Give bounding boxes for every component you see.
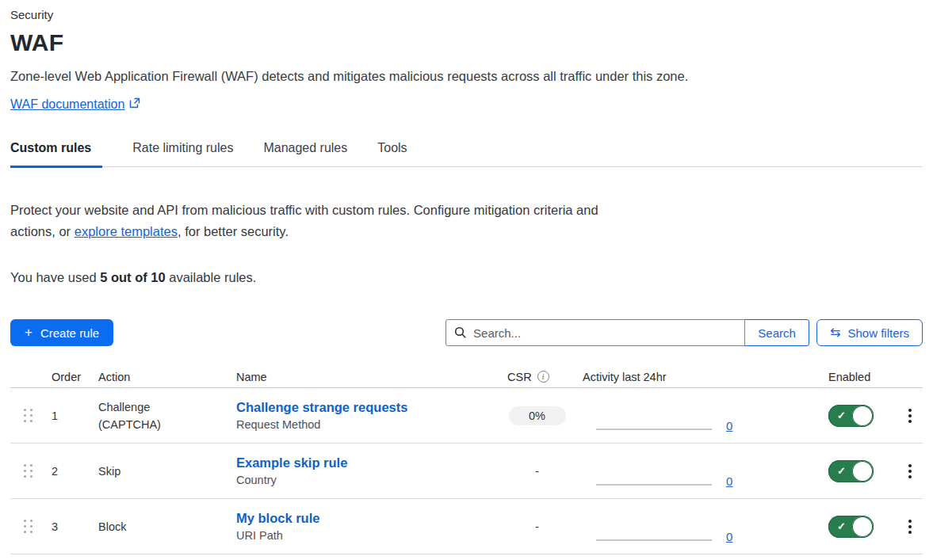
- rule-action-line1: Challenge: [98, 398, 236, 416]
- enabled-toggle[interactable]: ✓: [828, 516, 874, 538]
- header-name: Name: [236, 371, 507, 383]
- header-activity: Activity last 24hr: [583, 371, 762, 383]
- toolbar-right: Search ⇆ Show filters: [445, 319, 923, 346]
- rule-name-cell: Example skip rule Country: [236, 455, 507, 486]
- rules-table: Order Action Name CSR i Activity last 24…: [10, 366, 923, 554]
- row-menu-kebab-icon[interactable]: [903, 464, 917, 478]
- enabled-toggle[interactable]: ✓: [828, 405, 874, 427]
- header-action: Action: [98, 371, 236, 383]
- waf-documentation-link[interactable]: WAF documentation: [10, 97, 140, 112]
- rule-name-cell: Challenge strange requests Request Metho…: [236, 400, 507, 431]
- external-link-icon: [129, 97, 140, 112]
- activity-sparkline: [596, 484, 712, 486]
- breadcrumb: Security: [10, 6, 923, 24]
- rule-action-line1: Skip: [98, 463, 236, 480]
- rule-action: Skip: [98, 463, 236, 480]
- table-row: 2 Skip Example skip rule Country - 0 ✓: [10, 444, 923, 499]
- rule-activity-cell: 0: [583, 451, 762, 491]
- show-filters-label: Show filters: [847, 326, 909, 340]
- rule-order: 3: [52, 520, 98, 533]
- rule-action-line2: (CAPTCHA): [98, 416, 236, 433]
- rule-name-link[interactable]: Challenge strange requests: [236, 400, 407, 415]
- toolbar: + Create rule Search ⇆ Show filters: [10, 319, 923, 346]
- explore-templates-link[interactable]: explore templates: [75, 224, 178, 238]
- rule-criteria: Country: [236, 474, 507, 486]
- rule-action: Block: [98, 518, 236, 535]
- rule-csr-cell: -: [507, 464, 583, 478]
- header-order: Order: [52, 371, 98, 383]
- check-icon: ✓: [837, 520, 846, 532]
- usage-text: You have used 5 out of 10 available rule…: [10, 270, 923, 285]
- header-enabled: Enabled: [828, 371, 901, 383]
- toggle-knob: [852, 461, 873, 482]
- tab-rate-limiting-rules[interactable]: Rate limiting rules: [132, 141, 233, 166]
- activity-sparkline: [596, 429, 712, 430]
- tab-custom-rules[interactable]: Custom rules: [10, 141, 102, 166]
- info-icon[interactable]: i: [537, 371, 549, 383]
- header-csr: CSR i: [507, 371, 583, 383]
- page-description: Zone-level Web Application Firewall (WAF…: [10, 69, 923, 84]
- rule-csr-cell: 0%: [507, 406, 583, 425]
- toggle-knob: [852, 406, 873, 426]
- rule-order: 1: [52, 410, 98, 422]
- enabled-toggle[interactable]: ✓: [828, 460, 874, 482]
- search-icon: [454, 326, 467, 339]
- csr-value: -: [535, 520, 539, 533]
- tab-managed-rules[interactable]: Managed rules: [263, 141, 347, 166]
- page-title: WAF: [10, 29, 923, 56]
- header-csr-label: CSR: [507, 371, 532, 383]
- usage-after: available rules.: [166, 270, 257, 284]
- csr-value: -: [535, 464, 539, 478]
- create-rule-label: Create rule: [40, 326, 99, 340]
- drag-handle-icon[interactable]: [24, 464, 33, 478]
- row-menu-kebab-icon[interactable]: [903, 409, 917, 423]
- activity-count-link[interactable]: 0: [726, 475, 732, 489]
- intro-after: , for better security.: [178, 224, 289, 238]
- table-row: 3 Block My block rule URI Path - 0 ✓: [10, 499, 923, 554]
- tab-tools[interactable]: Tools: [377, 141, 407, 166]
- check-icon: ✓: [837, 465, 846, 477]
- search-input[interactable]: [445, 319, 745, 346]
- csr-badge: 0%: [509, 406, 566, 425]
- search-wrap: [445, 319, 745, 346]
- rule-activity-cell: 0: [583, 396, 762, 436]
- rule-criteria: Request Method: [236, 418, 507, 431]
- activity-sparkline: [596, 539, 712, 541]
- swap-arrows-icon: ⇆: [830, 326, 840, 339]
- rule-name-link[interactable]: My block rule: [236, 511, 319, 526]
- rule-order: 2: [52, 465, 98, 478]
- usage-count: 5 out of 10: [100, 270, 166, 284]
- check-icon: ✓: [837, 410, 846, 421]
- waf-documentation-link-label: WAF documentation: [10, 97, 124, 112]
- rule-criteria: URI Path: [236, 529, 507, 542]
- rule-action: Challenge (CAPTCHA): [98, 398, 236, 433]
- activity-count-link[interactable]: 0: [726, 420, 732, 433]
- table-row: 1 Challenge (CAPTCHA) Challenge strange …: [10, 388, 923, 444]
- row-menu-kebab-icon[interactable]: [903, 520, 917, 534]
- rule-name-link[interactable]: Example skip rule: [236, 455, 347, 470]
- rule-name-cell: My block rule URI Path: [236, 511, 507, 542]
- intro-text: Protect your website and API from malici…: [10, 200, 601, 242]
- usage-before: You have used: [10, 270, 100, 284]
- table-header: Order Action Name CSR i Activity last 24…: [10, 366, 923, 388]
- waf-page: Security WAF Zone-level Web Application …: [0, 0, 933, 554]
- rule-csr-cell: -: [507, 520, 583, 533]
- drag-handle-icon[interactable]: [24, 520, 33, 533]
- rule-activity-cell: 0: [583, 507, 762, 547]
- show-filters-button[interactable]: ⇆ Show filters: [816, 319, 923, 346]
- rule-action-line1: Block: [98, 518, 236, 535]
- activity-count-link[interactable]: 0: [726, 531, 732, 544]
- search-button[interactable]: Search: [744, 319, 809, 346]
- drag-handle-icon[interactable]: [24, 409, 33, 422]
- toggle-knob: [852, 516, 873, 537]
- create-rule-button[interactable]: + Create rule: [10, 319, 113, 346]
- tab-bar: Custom rules Rate limiting rules Managed…: [10, 141, 923, 167]
- plus-icon: +: [25, 325, 33, 341]
